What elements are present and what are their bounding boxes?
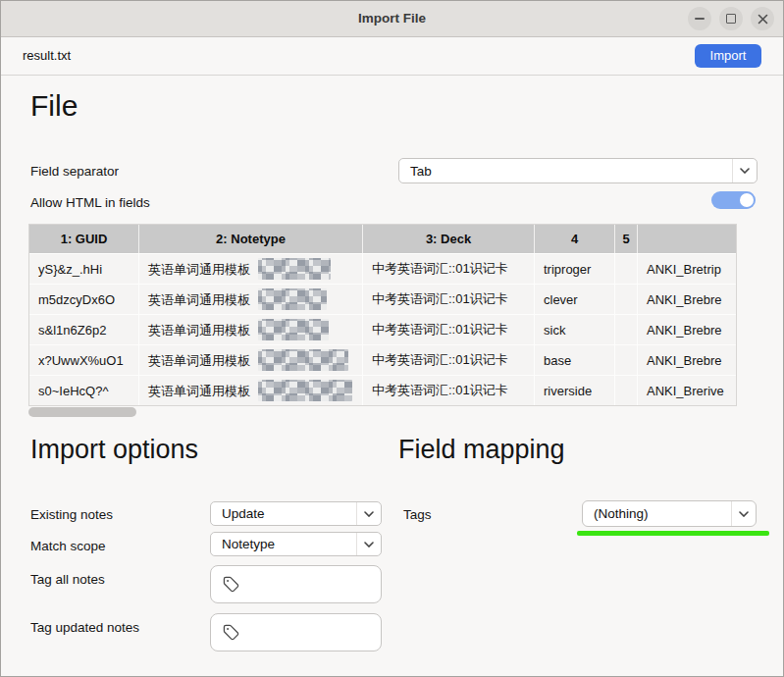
close-icon: [758, 14, 768, 25]
table-row[interactable]: x?UwwX%uO1 英语单词通用模板 中考英语词汇::01识记卡 base A…: [29, 344, 736, 375]
existing-notes-select[interactable]: Update: [210, 501, 382, 526]
cell-col4: riverside: [535, 375, 615, 405]
cell-guid: s0~IeHcQ?^: [29, 375, 139, 405]
notetype-text: 英语单词通用模板: [148, 323, 250, 338]
existing-notes-label: Existing notes: [30, 507, 113, 522]
tag-all-notes-label: Tag all notes: [30, 572, 105, 587]
tag-updated-notes-field: [210, 613, 382, 651]
cell-col4: clever: [535, 284, 615, 314]
allow-html-label: Allow HTML in fields: [30, 195, 150, 210]
maximize-button[interactable]: [719, 7, 743, 30]
cell-notetype: 英语单词通用模板: [139, 284, 363, 314]
tag-updated-notes-input[interactable]: [244, 615, 378, 651]
cell-deck: 中考英语词汇::01识记卡: [363, 314, 535, 344]
file-section-title: File: [30, 89, 78, 123]
close-button[interactable]: [751, 7, 774, 30]
chevron-down-icon: [356, 502, 381, 525]
field-separator-label: Field separator: [30, 164, 119, 179]
redacted-pixelated-block: [258, 288, 327, 310]
titlebar: Import File: [1, 1, 783, 37]
notetype-text: 英语单词通用模板: [148, 384, 250, 398]
preview-table: 1: GUID 2: Notetype 3: Deck 4 5 yS}&z_.h…: [28, 224, 737, 406]
match-scope-select[interactable]: Notetype: [210, 532, 382, 556]
tag-all-notes-field: [210, 565, 382, 603]
cell-col6: ANKI_Bretrip: [638, 253, 736, 284]
cell-notetype: 英语单词通用模板: [139, 344, 363, 375]
redacted-pixelated-block: [258, 349, 348, 371]
field-mapping-title: Field mapping: [398, 435, 565, 465]
maximize-icon: [726, 14, 736, 24]
tag-updated-notes-label: Tag updated notes: [30, 620, 139, 635]
existing-notes-value: Update: [222, 502, 265, 525]
cell-deck: 中考英语词汇::01识记卡: [363, 253, 535, 284]
toggle-knob: [740, 193, 754, 207]
cell-notetype: 英语单词通用模板: [139, 375, 363, 405]
chevron-down-icon: [732, 159, 757, 182]
cell-guid: x?UwwX%uO1: [29, 344, 139, 375]
tag-all-notes-input[interactable]: [244, 567, 378, 603]
cell-col4: sick: [535, 314, 615, 344]
redacted-pixelated-block: [258, 380, 352, 401]
chevron-down-icon: [731, 501, 756, 526]
cell-col6: ANKI_Brebre: [638, 314, 736, 344]
match-scope-label: Match scope: [30, 539, 106, 553]
tags-label: Tags: [403, 507, 432, 522]
tags-value: (Nothing): [594, 501, 649, 526]
cell-col5: [615, 284, 638, 314]
filename: result.txt: [23, 37, 71, 75]
window-controls: [688, 7, 774, 30]
cell-guid: s&l1n6Z6p2: [29, 314, 139, 344]
field-separator-select[interactable]: Tab: [398, 158, 758, 183]
cell-deck: 中考英语词汇::01识记卡: [363, 375, 535, 405]
cell-guid: yS}&z_.hHi: [29, 253, 139, 284]
redacted-pixelated-block: [258, 258, 331, 280]
notetype-text: 英语单词通用模板: [148, 262, 250, 277]
cell-deck: 中考英语词汇::01识记卡: [363, 344, 535, 375]
minimize-icon: [695, 18, 705, 20]
table-header-row: 1: GUID 2: Notetype 3: Deck 4 5: [29, 225, 736, 253]
import-options-title: Import options: [30, 435, 198, 465]
table-row[interactable]: s&l1n6Z6p2 英语单词通用模板 中考英语词汇::01识记卡 sick A…: [29, 314, 736, 344]
notetype-text: 英语单词通用模板: [148, 292, 250, 307]
mapping-highlight-underline: [577, 531, 769, 536]
notetype-text: 英语单词通用模板: [148, 353, 250, 368]
allow-html-toggle[interactable]: [711, 191, 756, 209]
cell-deck: 中考英语词汇::01识记卡: [363, 284, 535, 314]
tag-icon: [223, 576, 239, 593]
cell-notetype: 英语单词通用模板: [139, 253, 363, 284]
cell-col4: base: [535, 344, 615, 375]
tags-select[interactable]: (Nothing): [582, 500, 757, 527]
cell-guid: m5dzcyDx6O: [29, 284, 139, 314]
window-title: Import File: [1, 1, 783, 36]
redacted-pixelated-block: [258, 319, 329, 340]
cell-col5: [615, 314, 638, 344]
column-header-notetype[interactable]: 2: Notetype: [139, 225, 363, 253]
tag-icon: [223, 624, 239, 641]
table-row[interactable]: yS}&z_.hHi 英语单词通用模板 中考英语词汇::01识记卡 tripro…: [29, 253, 736, 284]
minimize-button[interactable]: [688, 7, 711, 30]
column-header-4[interactable]: 4: [535, 225, 615, 253]
table-row[interactable]: s0~IeHcQ?^ 英语单词通用模板 中考英语词汇::01识记卡 rivers…: [29, 375, 736, 405]
import-button[interactable]: Import: [695, 44, 761, 68]
cell-col5: [615, 344, 638, 375]
cell-col5: [615, 253, 638, 284]
column-header-guid[interactable]: 1: GUID: [29, 225, 139, 253]
column-header-5[interactable]: 5: [615, 225, 638, 253]
cell-col4: triproger: [535, 253, 615, 284]
import-file-window: Import File result.txt Import File Field…: [0, 0, 784, 677]
file-header-bar: result.txt Import: [1, 37, 783, 76]
horizontal-scrollbar[interactable]: [28, 407, 136, 417]
chevron-down-icon: [356, 533, 381, 555]
cell-notetype: 英语单词通用模板: [139, 314, 363, 344]
field-separator-value: Tab: [410, 159, 432, 182]
table-row[interactable]: m5dzcyDx6O 英语单词通用模板 中考英语词汇::01识记卡 clever…: [29, 284, 736, 314]
cell-col6: ANKI_Brebre: [638, 284, 736, 314]
column-header-deck[interactable]: 3: Deck: [363, 225, 535, 253]
cell-col6: ANKI_Brerive: [638, 375, 736, 405]
cell-col6: ANKI_Brebre: [638, 344, 736, 375]
cell-col5: [615, 375, 638, 405]
column-header-6[interactable]: [638, 225, 736, 253]
match-scope-value: Notetype: [222, 533, 275, 555]
